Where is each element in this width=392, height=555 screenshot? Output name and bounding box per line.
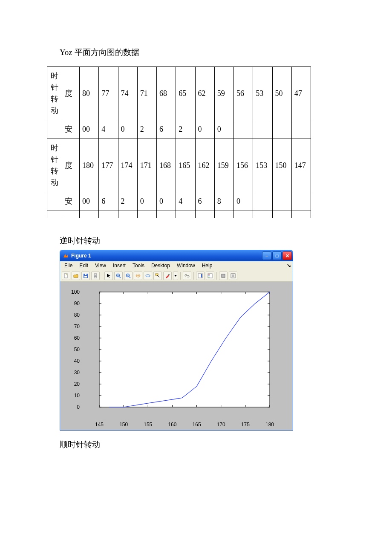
- chart-axes: 0102030405060708090100145150155160165170…: [82, 288, 278, 420]
- open-file-icon[interactable]: [72, 272, 80, 280]
- window-title: Figure 1: [71, 253, 259, 259]
- cell: 74: [118, 67, 137, 120]
- cell: 6: [195, 192, 214, 211]
- cell: 56: [234, 67, 253, 120]
- cell: [253, 120, 272, 139]
- svg-rect-17: [168, 274, 170, 275]
- cell: 50: [272, 67, 291, 120]
- data-table: 时针转动 度 80 77 74 71 68 65 62 59 56 53 50 …: [47, 66, 311, 218]
- dock-handle-icon[interactable]: ↘: [287, 263, 291, 269]
- cell: [272, 211, 291, 218]
- cell: [118, 211, 137, 218]
- cell: [176, 211, 195, 218]
- data-cursor-icon[interactable]: [153, 272, 162, 280]
- cell: [272, 120, 291, 139]
- menu-file[interactable]: File: [62, 262, 75, 269]
- cell: [157, 211, 176, 218]
- cell: 2: [176, 120, 195, 139]
- cell: 168: [157, 139, 176, 192]
- cell: 180: [80, 139, 99, 192]
- row-unit: 安: [62, 192, 80, 211]
- menu-tools[interactable]: Tools: [130, 262, 147, 269]
- svg-rect-26: [232, 275, 234, 277]
- menu-insert[interactable]: Insert: [110, 262, 128, 269]
- plot-area: 0102030405060708090100145150155160165170…: [60, 282, 293, 430]
- x-tick-label: 165: [193, 422, 201, 428]
- y-tick-label: 100: [71, 289, 80, 295]
- cell: 00: [80, 192, 99, 211]
- window-minimize-button[interactable]: –: [262, 251, 271, 260]
- brush-icon[interactable]: [163, 272, 172, 280]
- row-unit: [62, 211, 80, 218]
- cell: 8: [214, 192, 233, 211]
- svg-rect-6: [94, 277, 97, 278]
- pan-icon[interactable]: [134, 272, 142, 280]
- y-tick-label: 40: [74, 358, 80, 364]
- row-unit: 度: [62, 139, 80, 192]
- menu-help[interactable]: Help: [199, 262, 215, 269]
- cell: 80: [80, 67, 99, 120]
- table-row: 安 00 6 2 0 0 4 6 8 0: [47, 192, 311, 211]
- window-close-button[interactable]: ✕: [282, 251, 292, 260]
- dropdown-icon[interactable]: [173, 272, 178, 280]
- rotate-3d-icon[interactable]: [144, 272, 152, 280]
- cell: 2: [118, 192, 137, 211]
- cell: 162: [195, 139, 214, 192]
- line-chart: [82, 288, 278, 420]
- cell: 156: [234, 139, 253, 192]
- cell: 0: [118, 120, 137, 139]
- cell: [253, 192, 272, 211]
- menu-window[interactable]: Window: [174, 262, 198, 269]
- print-icon[interactable]: [91, 272, 100, 280]
- menu-view[interactable]: View: [92, 262, 109, 269]
- svg-line-8: [119, 277, 121, 278]
- titlebar[interactable]: Figure 1 – □ ✕: [60, 250, 293, 261]
- y-tick-label: 50: [74, 347, 80, 353]
- cell: [80, 211, 99, 218]
- table-row: 时针转动 度 180 177 174 171 168 165 162 159 1…: [47, 139, 311, 192]
- cell: 62: [195, 67, 214, 120]
- cell: 165: [176, 139, 195, 192]
- x-tick-label: 160: [168, 422, 176, 428]
- svg-rect-19: [201, 274, 202, 278]
- cell: [99, 211, 118, 218]
- y-tick-label: 20: [74, 381, 80, 387]
- zoom-in-icon[interactable]: [114, 272, 123, 280]
- y-tick-label: 80: [74, 312, 80, 318]
- svg-rect-3: [85, 274, 86, 275]
- x-tick-label: 175: [241, 422, 250, 428]
- hide-plot-tools-icon[interactable]: [219, 272, 228, 280]
- svg-rect-15: [156, 274, 158, 275]
- cell: [195, 211, 214, 218]
- x-tick-label: 145: [95, 422, 104, 428]
- caption-ccw: 逆时针转动: [60, 235, 345, 246]
- x-tick-label: 155: [144, 422, 152, 428]
- menu-desktop[interactable]: Desktop: [149, 262, 173, 269]
- cell: [214, 211, 233, 218]
- cell: 150: [272, 139, 291, 192]
- table-row: 安 00 4 0 2 6 2 0 0: [47, 120, 311, 139]
- cell: 71: [137, 67, 156, 120]
- cell: 77: [99, 67, 118, 120]
- y-tick-label: 70: [74, 324, 80, 330]
- cell: 2: [137, 120, 156, 139]
- cell: 6: [99, 192, 118, 211]
- pointer-icon[interactable]: [104, 272, 113, 280]
- cell: 4: [99, 120, 118, 139]
- new-file-icon[interactable]: [62, 272, 70, 280]
- link-icon[interactable]: [183, 272, 191, 280]
- save-icon[interactable]: [81, 272, 90, 280]
- y-tick-label: 10: [74, 393, 80, 399]
- show-plot-tools-icon[interactable]: [229, 272, 237, 280]
- window-maximize-button[interactable]: □: [272, 251, 282, 260]
- insert-colorbar-icon[interactable]: [196, 272, 205, 280]
- menu-edit[interactable]: Edit: [77, 262, 91, 269]
- cell: 59: [214, 67, 233, 120]
- cell: 4: [176, 192, 195, 211]
- cell: 00: [80, 120, 99, 139]
- y-tick-label: 60: [74, 335, 80, 341]
- insert-legend-icon[interactable]: [206, 272, 214, 280]
- zoom-out-icon[interactable]: [124, 272, 133, 280]
- row-label: [47, 192, 62, 211]
- cell: [234, 120, 253, 139]
